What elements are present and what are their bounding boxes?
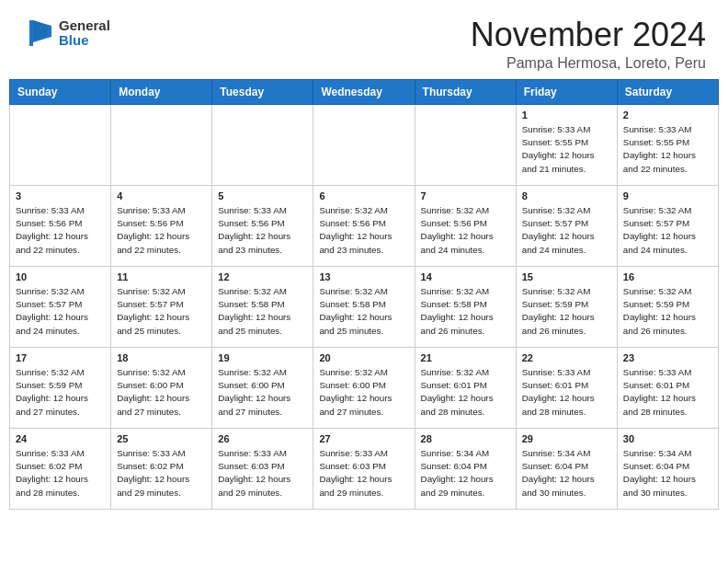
- logo-text: General Blue: [59, 18, 110, 49]
- day-cell: 27Sunrise: 5:33 AM Sunset: 6:03 PM Dayli…: [313, 428, 415, 509]
- day-cell: 18Sunrise: 5:32 AM Sunset: 6:00 PM Dayli…: [111, 347, 212, 428]
- day-info: Sunrise: 5:32 AM Sunset: 5:56 PM Dayligh…: [319, 204, 409, 257]
- day-info: Sunrise: 5:32 AM Sunset: 5:58 PM Dayligh…: [218, 285, 308, 338]
- day-cell: 5Sunrise: 5:33 AM Sunset: 5:56 PM Daylig…: [212, 185, 313, 266]
- day-cell: 7Sunrise: 5:32 AM Sunset: 5:56 PM Daylig…: [415, 185, 516, 266]
- day-number: 8: [522, 190, 612, 203]
- title-block: November 2024 Pampa Hermosa, Loreto, Per…: [471, 17, 706, 72]
- day-cell: 29Sunrise: 5:34 AM Sunset: 6:04 PM Dayli…: [516, 428, 617, 509]
- day-cell: 17Sunrise: 5:32 AM Sunset: 5:59 PM Dayli…: [10, 347, 111, 428]
- day-cell: 6Sunrise: 5:32 AM Sunset: 5:56 PM Daylig…: [313, 185, 415, 266]
- day-cell: 15Sunrise: 5:32 AM Sunset: 5:59 PM Dayli…: [516, 266, 617, 347]
- day-number: 9: [623, 190, 713, 203]
- day-info: Sunrise: 5:32 AM Sunset: 6:00 PM Dayligh…: [319, 366, 409, 419]
- day-info: Sunrise: 5:32 AM Sunset: 6:00 PM Dayligh…: [117, 366, 207, 419]
- day-info: Sunrise: 5:33 AM Sunset: 5:55 PM Dayligh…: [623, 123, 713, 176]
- weekday-header-wednesday: Wednesday: [313, 79, 415, 104]
- day-cell: 24Sunrise: 5:33 AM Sunset: 6:02 PM Dayli…: [10, 428, 111, 509]
- day-number: 21: [421, 351, 511, 365]
- day-info: Sunrise: 5:32 AM Sunset: 5:57 PM Dayligh…: [623, 204, 713, 257]
- day-number: 10: [16, 270, 106, 284]
- page: General Blue November 2024 Pampa Hermosa…: [0, 0, 728, 563]
- day-cell: [415, 104, 516, 185]
- day-info: Sunrise: 5:33 AM Sunset: 5:56 PM Dayligh…: [218, 204, 308, 257]
- calendar-table: SundayMondayTuesdayWednesdayThursdayFrid…: [9, 79, 719, 510]
- day-cell: 1Sunrise: 5:33 AM Sunset: 5:55 PM Daylig…: [516, 104, 617, 185]
- day-info: Sunrise: 5:33 AM Sunset: 5:55 PM Dayligh…: [522, 123, 612, 176]
- day-number: 5: [218, 190, 308, 203]
- day-number: 19: [218, 351, 308, 365]
- week-row-4: 17Sunrise: 5:32 AM Sunset: 5:59 PM Dayli…: [10, 347, 719, 428]
- day-number: 6: [319, 190, 409, 203]
- weekday-header-row: SundayMondayTuesdayWednesdayThursdayFrid…: [10, 79, 719, 104]
- day-info: Sunrise: 5:33 AM Sunset: 6:03 PM Dayligh…: [218, 447, 308, 500]
- day-info: Sunrise: 5:32 AM Sunset: 5:59 PM Dayligh…: [623, 285, 713, 338]
- day-number: 20: [319, 351, 409, 365]
- day-cell: 10Sunrise: 5:32 AM Sunset: 5:57 PM Dayli…: [10, 266, 111, 347]
- logo-icon: [22, 17, 55, 50]
- day-cell: 28Sunrise: 5:34 AM Sunset: 6:04 PM Dayli…: [415, 428, 516, 509]
- day-number: 17: [16, 351, 106, 365]
- weekday-header-saturday: Saturday: [617, 79, 718, 104]
- day-info: Sunrise: 5:32 AM Sunset: 6:01 PM Dayligh…: [421, 366, 511, 419]
- day-cell: 19Sunrise: 5:32 AM Sunset: 6:00 PM Dayli…: [212, 347, 313, 428]
- day-cell: [313, 104, 415, 185]
- day-info: Sunrise: 5:32 AM Sunset: 5:59 PM Dayligh…: [522, 285, 612, 338]
- svg-rect-3: [29, 20, 33, 46]
- day-cell: 26Sunrise: 5:33 AM Sunset: 6:03 PM Dayli…: [212, 428, 313, 509]
- day-cell: 22Sunrise: 5:33 AM Sunset: 6:01 PM Dayli…: [516, 347, 617, 428]
- day-number: 18: [117, 351, 207, 365]
- weekday-header-thursday: Thursday: [415, 79, 516, 104]
- day-cell: 21Sunrise: 5:32 AM Sunset: 6:01 PM Dayli…: [415, 347, 516, 428]
- day-cell: 30Sunrise: 5:34 AM Sunset: 6:04 PM Dayli…: [617, 428, 718, 509]
- day-cell: 4Sunrise: 5:33 AM Sunset: 5:56 PM Daylig…: [111, 185, 212, 266]
- week-row-1: 1Sunrise: 5:33 AM Sunset: 5:55 PM Daylig…: [10, 104, 719, 185]
- day-cell: [10, 104, 111, 185]
- day-number: 22: [522, 351, 612, 365]
- day-cell: 8Sunrise: 5:32 AM Sunset: 5:57 PM Daylig…: [516, 185, 617, 266]
- day-number: 12: [218, 270, 308, 284]
- day-info: Sunrise: 5:32 AM Sunset: 5:56 PM Dayligh…: [421, 204, 511, 257]
- weekday-header-monday: Monday: [111, 79, 212, 104]
- day-cell: 2Sunrise: 5:33 AM Sunset: 5:55 PM Daylig…: [617, 104, 718, 185]
- location-title: Pampa Hermosa, Loreto, Peru: [471, 55, 706, 72]
- week-row-2: 3Sunrise: 5:33 AM Sunset: 5:56 PM Daylig…: [10, 185, 719, 266]
- month-title: November 2024: [471, 17, 706, 53]
- header: General Blue November 2024 Pampa Hermosa…: [0, 0, 728, 79]
- day-cell: [212, 104, 313, 185]
- day-number: 24: [16, 432, 106, 446]
- day-number: 1: [522, 109, 612, 122]
- day-number: 29: [522, 432, 612, 446]
- day-number: 4: [117, 190, 207, 203]
- day-info: Sunrise: 5:32 AM Sunset: 5:57 PM Dayligh…: [117, 285, 207, 338]
- day-cell: 12Sunrise: 5:32 AM Sunset: 5:58 PM Dayli…: [212, 266, 313, 347]
- calendar-wrap: SundayMondayTuesdayWednesdayThursdayFrid…: [0, 79, 728, 519]
- day-number: 28: [421, 432, 511, 446]
- day-cell: 14Sunrise: 5:32 AM Sunset: 5:58 PM Dayli…: [415, 266, 516, 347]
- day-info: Sunrise: 5:32 AM Sunset: 5:58 PM Dayligh…: [319, 285, 409, 338]
- day-info: Sunrise: 5:32 AM Sunset: 5:59 PM Dayligh…: [16, 366, 106, 419]
- weekday-header-friday: Friday: [516, 79, 617, 104]
- day-number: 2: [623, 109, 713, 122]
- day-number: 3: [16, 190, 106, 203]
- day-info: Sunrise: 5:33 AM Sunset: 5:56 PM Dayligh…: [117, 204, 207, 257]
- day-cell: 11Sunrise: 5:32 AM Sunset: 5:57 PM Dayli…: [111, 266, 212, 347]
- day-number: 7: [421, 190, 511, 203]
- calendar-body: 1Sunrise: 5:33 AM Sunset: 5:55 PM Daylig…: [10, 104, 719, 509]
- day-cell: 25Sunrise: 5:33 AM Sunset: 6:02 PM Dayli…: [111, 428, 212, 509]
- day-number: 25: [117, 432, 207, 446]
- day-number: 14: [421, 270, 511, 284]
- day-info: Sunrise: 5:33 AM Sunset: 6:02 PM Dayligh…: [117, 447, 207, 500]
- day-cell: 13Sunrise: 5:32 AM Sunset: 5:58 PM Dayli…: [313, 266, 415, 347]
- day-number: 15: [522, 270, 612, 284]
- day-info: Sunrise: 5:32 AM Sunset: 5:57 PM Dayligh…: [522, 204, 612, 257]
- week-row-5: 24Sunrise: 5:33 AM Sunset: 6:02 PM Dayli…: [10, 428, 719, 509]
- day-cell: 3Sunrise: 5:33 AM Sunset: 5:56 PM Daylig…: [10, 185, 111, 266]
- day-number: 13: [319, 270, 409, 284]
- day-number: 27: [319, 432, 409, 446]
- day-number: 16: [623, 270, 713, 284]
- day-info: Sunrise: 5:33 AM Sunset: 5:56 PM Dayligh…: [16, 204, 106, 257]
- day-info: Sunrise: 5:32 AM Sunset: 5:58 PM Dayligh…: [421, 285, 511, 338]
- day-info: Sunrise: 5:34 AM Sunset: 6:04 PM Dayligh…: [623, 447, 713, 500]
- day-cell: 20Sunrise: 5:32 AM Sunset: 6:00 PM Dayli…: [313, 347, 415, 428]
